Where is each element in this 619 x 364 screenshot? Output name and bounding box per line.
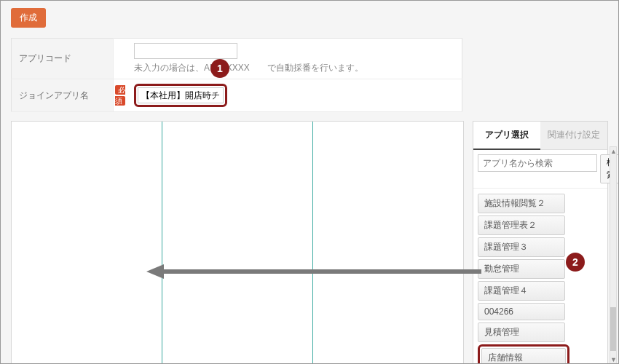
app-list[interactable]: 施設情報閲覧２課題管理表２課題管理３勤怠管理課題管理４004266見積管理店舗情… <box>473 189 607 364</box>
app-search-input[interactable] <box>478 154 597 172</box>
layout-canvas[interactable] <box>11 121 464 364</box>
app-item[interactable]: 施設情報閲覧２ <box>478 194 565 213</box>
drag-arrow-annotation <box>146 263 481 280</box>
join-app-name-label: ジョインアプリ名 <box>12 79 114 112</box>
app-item[interactable]: 課題管理４ <box>478 281 565 301</box>
app-item[interactable]: 見積管理 <box>478 323 565 342</box>
app-item-highlight[interactable]: 店舗情報 <box>478 344 569 364</box>
scroll-down-arrow[interactable]: ▼ <box>610 355 616 364</box>
app-code-hint: 未入力の場合は、APP_XXXX で自動採番を行います。 <box>134 62 454 74</box>
scroll-thumb[interactable] <box>610 307 616 351</box>
app-code-label: アプリコード <box>12 39 114 79</box>
callout-1-badge: 1 <box>210 59 229 78</box>
app-item[interactable]: 課題管理表２ <box>478 215 565 235</box>
join-app-name-input[interactable] <box>138 87 224 103</box>
canvas-column-divider <box>162 122 162 364</box>
side-panel: アプリ選択 関連付け設定 検 索 施設情報閲覧２課題管理表２課題管理３勤怠管理課… <box>473 121 608 364</box>
app-item[interactable]: 004266 <box>478 303 565 320</box>
svg-marker-1 <box>146 264 164 279</box>
tab-app-select[interactable]: アプリ選択 <box>473 122 540 150</box>
create-button[interactable]: 作成 <box>11 8 46 28</box>
app-code-required-cell <box>114 39 127 79</box>
app-item-label: 店舗情報 <box>481 348 566 364</box>
app-item[interactable]: 勤怠管理 <box>478 259 565 279</box>
app-item[interactable]: 課題管理３ <box>478 237 565 257</box>
form-table: アプリコード 未入力の場合は、APP_XXXX で自動採番を行います。 ジョイン… <box>11 38 462 112</box>
side-scrollbar[interactable]: ▲ ▼ <box>610 146 617 364</box>
join-app-name-highlight <box>134 84 227 107</box>
callout-2-badge: 2 <box>566 253 585 272</box>
app-code-input[interactable] <box>134 43 237 59</box>
canvas-column-divider <box>312 122 313 364</box>
required-badge: 必須 <box>115 85 125 106</box>
tab-relation-settings[interactable]: 関連付け設定 <box>540 122 607 150</box>
scroll-up-arrow[interactable]: ▲ <box>610 147 616 156</box>
